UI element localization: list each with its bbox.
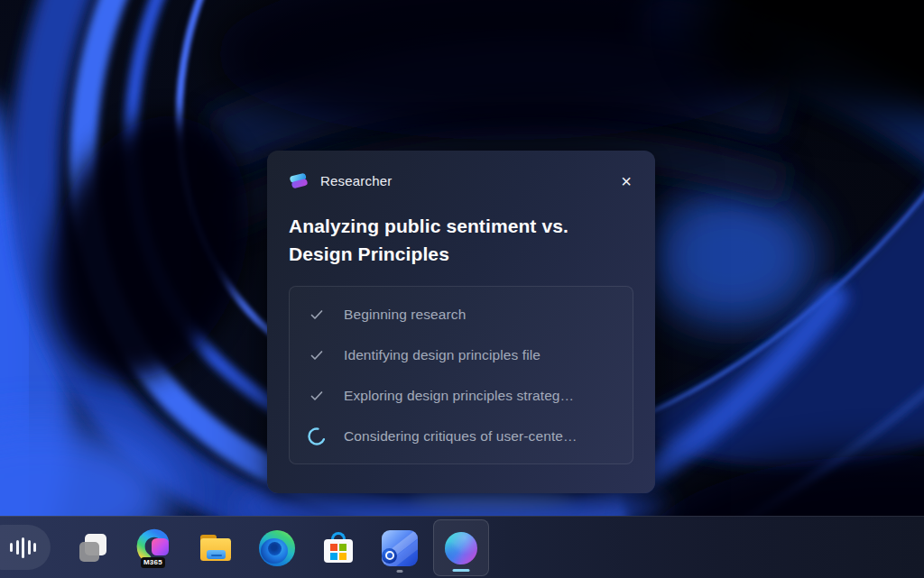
step-label: Identifying design principles file bbox=[344, 347, 541, 363]
step-label: Exploring design principles strateg… bbox=[344, 388, 574, 404]
active-indicator bbox=[453, 569, 470, 573]
folder-icon bbox=[198, 530, 234, 566]
close-icon: × bbox=[621, 172, 632, 190]
taskbar: M365 bbox=[0, 516, 924, 578]
m365-copilot-icon: M365 bbox=[135, 528, 173, 569]
step-label: Beginning research bbox=[344, 307, 466, 323]
taskbar-item-copilot[interactable] bbox=[433, 519, 489, 576]
taskbar-item-outlook[interactable] bbox=[372, 519, 428, 576]
researcher-logo-icon bbox=[289, 172, 309, 189]
step-status-iconwrap bbox=[306, 427, 328, 446]
progress-panel: Beginning research Identifying design pr… bbox=[289, 286, 633, 464]
step-status-iconwrap bbox=[306, 388, 328, 404]
check-icon bbox=[309, 307, 325, 323]
desktop: Researcher × Analyzing public sentiment … bbox=[0, 0, 924, 578]
outlook-icon bbox=[382, 530, 418, 566]
copilot-icon bbox=[445, 532, 477, 564]
taskbar-item-file-explorer[interactable] bbox=[188, 519, 244, 576]
voice-activity-button[interactable] bbox=[0, 525, 51, 570]
step-row: Beginning research bbox=[290, 294, 633, 335]
check-icon bbox=[309, 347, 325, 363]
check-icon bbox=[309, 388, 325, 404]
taskbar-item-microsoft-store[interactable] bbox=[310, 519, 366, 576]
m365-badge: M365 bbox=[141, 557, 165, 568]
waveform-icon bbox=[10, 537, 36, 558]
edge-icon bbox=[259, 530, 295, 566]
task-view-icon bbox=[77, 532, 109, 564]
card-title: Analyzing public sentiment vs. Design Pr… bbox=[289, 212, 633, 268]
taskbar-icons-row: M365 bbox=[65, 519, 489, 576]
card-title-line1: Analyzing public sentiment vs. bbox=[289, 212, 633, 240]
step-status-iconwrap bbox=[306, 307, 328, 323]
spinner-icon bbox=[307, 427, 327, 446]
step-row: Identifying design principles file bbox=[290, 335, 633, 375]
taskbar-item-task-view[interactable] bbox=[65, 519, 121, 576]
step-row: Exploring design principles strateg… bbox=[290, 375, 633, 416]
researcher-card: Researcher × Analyzing public sentiment … bbox=[267, 151, 655, 493]
taskbar-item-m365-copilot[interactable]: M365 bbox=[126, 519, 182, 576]
close-button[interactable]: × bbox=[614, 169, 639, 194]
running-indicator bbox=[397, 570, 403, 573]
taskbar-item-edge[interactable] bbox=[249, 519, 305, 576]
step-label: Considering critiques of user-cente… bbox=[344, 428, 578, 445]
step-status-iconwrap bbox=[306, 347, 328, 363]
card-title-line2: Design Principles bbox=[289, 240, 633, 268]
app-name: Researcher bbox=[320, 173, 393, 188]
step-row: Considering critiques of user-cente… bbox=[290, 416, 633, 456]
store-icon bbox=[320, 530, 356, 566]
card-header: Researcher bbox=[289, 170, 633, 190]
